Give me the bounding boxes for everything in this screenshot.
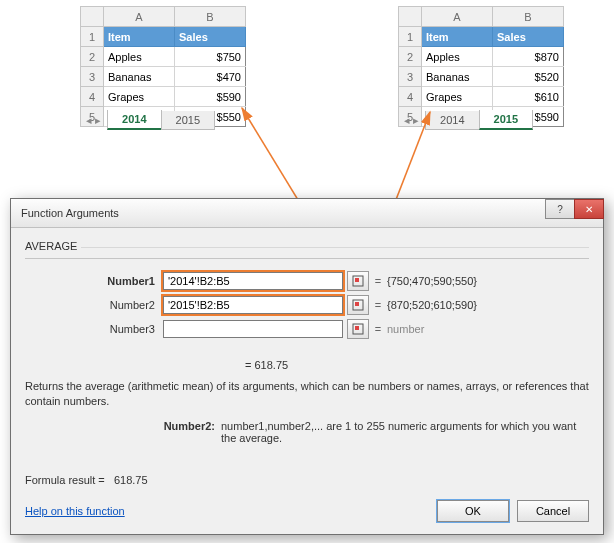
- col-header[interactable]: A: [104, 7, 175, 27]
- cell-header[interactable]: Item: [104, 27, 175, 47]
- cell[interactable]: $470: [175, 67, 246, 87]
- row-header[interactable]: 3: [81, 67, 104, 87]
- arg-result: {870;520;610;590}: [387, 299, 477, 311]
- arg-label: Number2: [25, 299, 163, 311]
- function-arguments-dialog: Function Arguments ? ✕ AVERAGE Number1 =…: [10, 198, 604, 535]
- sheet-tabbar-right: ◂ ▸ 2014 2015: [398, 110, 532, 130]
- arg-number3-input[interactable]: [163, 320, 343, 338]
- row-header[interactable]: 4: [399, 87, 422, 107]
- svg-rect-5: [355, 302, 359, 306]
- ok-button[interactable]: OK: [437, 500, 509, 522]
- cell[interactable]: Apples: [104, 47, 175, 67]
- cell[interactable]: Grapes: [422, 87, 493, 107]
- arg-label: Number3: [25, 323, 163, 335]
- argument-desc-text: number1,number2,... are 1 to 255 numeric…: [221, 420, 589, 444]
- computed-result: = 618.75: [25, 359, 589, 371]
- cell-header[interactable]: Sales: [493, 27, 564, 47]
- arg-result: {750;470;590;550}: [387, 275, 477, 287]
- cell[interactable]: $750: [175, 47, 246, 67]
- close-icon[interactable]: ✕: [574, 199, 604, 219]
- col-header[interactable]: B: [493, 7, 564, 27]
- function-description: Returns the average (arithmetic mean) of…: [25, 379, 589, 410]
- collapse-dialog-icon[interactable]: [347, 319, 369, 339]
- cell[interactable]: $520: [493, 67, 564, 87]
- cell[interactable]: Grapes: [104, 87, 175, 107]
- dialog-title: Function Arguments: [21, 207, 119, 219]
- col-header[interactable]: B: [175, 7, 246, 27]
- select-all-corner[interactable]: [81, 7, 104, 27]
- cell[interactable]: $870: [493, 47, 564, 67]
- cell[interactable]: Bananas: [104, 67, 175, 87]
- help-icon[interactable]: ?: [545, 199, 575, 219]
- worksheet-2014[interactable]: A B 1 Item Sales 2 Apples $750 3 Bananas…: [80, 6, 246, 127]
- cell[interactable]: $590: [175, 87, 246, 107]
- equals-sign: =: [369, 299, 387, 311]
- svg-rect-7: [355, 326, 359, 330]
- worksheet-2015[interactable]: A B 1 Item Sales 2 Apples $870 3 Bananas…: [398, 6, 564, 127]
- tab-nav-icon[interactable]: ◂ ▸: [398, 114, 425, 127]
- sheet-tab-2015[interactable]: 2015: [479, 110, 533, 130]
- cell-header[interactable]: Item: [422, 27, 493, 47]
- collapse-dialog-icon[interactable]: [347, 295, 369, 315]
- function-name: AVERAGE: [25, 236, 589, 259]
- collapse-dialog-icon[interactable]: [347, 271, 369, 291]
- row-header[interactable]: 4: [81, 87, 104, 107]
- cell[interactable]: Bananas: [422, 67, 493, 87]
- sheet-tab-2014[interactable]: 2014: [425, 111, 479, 130]
- arg-label: Number1: [25, 275, 163, 287]
- equals-sign: =: [369, 275, 387, 287]
- sheet-tab-2015[interactable]: 2015: [161, 111, 215, 130]
- cancel-button[interactable]: Cancel: [517, 500, 589, 522]
- col-header[interactable]: A: [422, 7, 493, 27]
- svg-rect-3: [355, 278, 359, 282]
- equals-sign: =: [369, 323, 387, 335]
- select-all-corner[interactable]: [399, 7, 422, 27]
- arg-number1-input[interactable]: [163, 272, 343, 290]
- row-header[interactable]: 1: [399, 27, 422, 47]
- formula-result: Formula result = 618.75: [25, 474, 589, 486]
- row-header[interactable]: 1: [81, 27, 104, 47]
- row-header[interactable]: 2: [399, 47, 422, 67]
- cell[interactable]: $610: [493, 87, 564, 107]
- help-link[interactable]: Help on this function: [25, 505, 429, 517]
- sheet-tab-2014[interactable]: 2014: [107, 110, 161, 130]
- dialog-titlebar[interactable]: Function Arguments ? ✕: [11, 199, 603, 228]
- row-header[interactable]: 3: [399, 67, 422, 87]
- cell[interactable]: Apples: [422, 47, 493, 67]
- argument-desc-label: Number2:: [25, 420, 221, 444]
- cell-header[interactable]: Sales: [175, 27, 246, 47]
- row-header[interactable]: 2: [81, 47, 104, 67]
- sheet-tabbar-left: ◂ ▸ 2014 2015: [80, 110, 214, 130]
- tab-nav-icon[interactable]: ◂ ▸: [80, 114, 107, 127]
- arg-result: number: [387, 323, 424, 335]
- arg-number2-input[interactable]: [163, 296, 343, 314]
- argument-list: Number1 = {750;470;590;550} Number2 = {8…: [25, 269, 589, 341]
- argument-description: Number2: number1,number2,... are 1 to 25…: [25, 420, 589, 444]
